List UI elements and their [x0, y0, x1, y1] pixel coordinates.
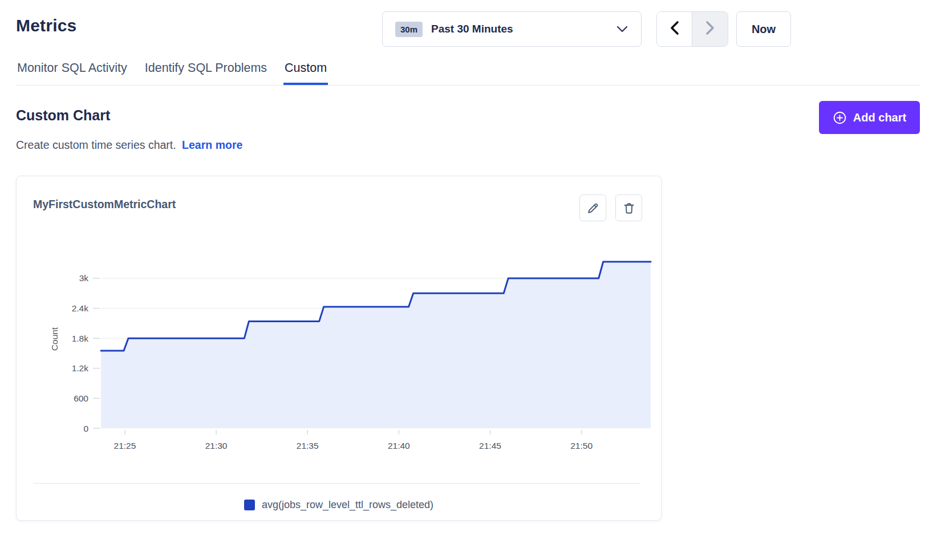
subtitle-text: Create custom time series chart. — [16, 139, 176, 151]
plus-circle-icon — [833, 111, 847, 125]
metrics-page: Metrics 30m Past 30 Minutes Now Monitor … — [0, 0, 941, 560]
legend-label: avg(jobs_row_level_ttl_rows_deleted) — [262, 499, 433, 511]
svg-text:21:50: 21:50 — [570, 441, 593, 451]
add-chart-button[interactable]: Add chart — [819, 101, 920, 134]
svg-text:3k: 3k — [79, 273, 89, 283]
svg-text:0: 0 — [83, 424, 88, 433]
now-button[interactable]: Now — [736, 11, 791, 47]
custom-chart-svg[interactable]: 06001.2k1.8k2.4k3k21:2521:3021:3521:4021… — [17, 233, 662, 473]
page-title: Metrics — [16, 16, 76, 35]
svg-text:21:30: 21:30 — [205, 441, 228, 451]
svg-text:21:35: 21:35 — [297, 441, 319, 451]
pencil-icon — [586, 201, 600, 215]
svg-text:21:25: 21:25 — [114, 441, 136, 451]
tab-monitor-sql-activity[interactable]: Monitor SQL Activity — [16, 58, 128, 85]
learn-more-link[interactable]: Learn more — [182, 139, 242, 151]
svg-text:Count: Count — [50, 327, 59, 351]
tab-identify-sql-problems[interactable]: Identify SQL Problems — [144, 58, 268, 85]
custom-chart-card: MyFirstCustomMetricChart 06001.2k1.8k2.4… — [16, 176, 662, 521]
svg-text:600: 600 — [74, 393, 88, 403]
chart-legend: avg(jobs_row_level_ttl_rows_deleted) — [17, 499, 661, 511]
chevron-left-icon — [668, 20, 681, 38]
svg-text:1.2k: 1.2k — [72, 363, 89, 373]
next-interval-button[interactable] — [692, 12, 728, 46]
time-range-selector[interactable]: 30m Past 30 Minutes — [382, 11, 642, 47]
legend-swatch — [244, 500, 255, 510]
time-interval-arrows — [656, 11, 728, 47]
time-range-badge: 30m — [395, 22, 423, 37]
section-subtitle: Create custom time series chart. Learn m… — [16, 139, 242, 152]
prev-interval-button[interactable] — [657, 12, 692, 46]
card-divider — [33, 483, 640, 484]
time-range-label: Past 30 Minutes — [431, 23, 513, 35]
svg-text:1.8k: 1.8k — [72, 334, 89, 343]
section-title: Custom Chart — [16, 107, 110, 124]
delete-chart-button[interactable] — [615, 194, 642, 221]
metrics-tabs: Monitor SQL Activity Identify SQL Proble… — [16, 58, 920, 86]
chevron-down-icon — [616, 25, 628, 34]
chart-title: MyFirstCustomMetricChart — [33, 198, 176, 211]
trash-icon — [622, 201, 636, 215]
add-chart-label: Add chart — [853, 111, 906, 124]
svg-text:21:45: 21:45 — [479, 441, 501, 451]
edit-chart-button[interactable] — [579, 194, 606, 221]
svg-text:2.4k: 2.4k — [72, 303, 89, 313]
svg-text:21:40: 21:40 — [388, 441, 410, 451]
chevron-right-icon — [704, 20, 716, 38]
tab-custom[interactable]: Custom — [283, 58, 328, 85]
